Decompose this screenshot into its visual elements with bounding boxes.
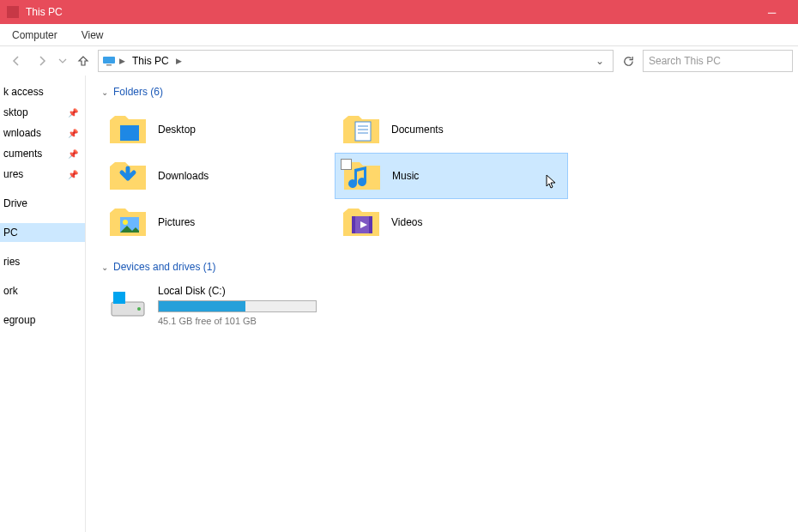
nav-back-button[interactable] [5, 50, 27, 72]
svg-rect-3 [120, 125, 139, 141]
sidebar-item-drive[interactable]: Drive [0, 194, 85, 213]
sidebar-item-pictures[interactable]: ures📌 [0, 165, 85, 184]
sidebar: k access sktop📌 wnloads📌 cuments📌 ures📌 … [0, 76, 86, 532]
sidebar-item-quick-access[interactable]: k access [0, 82, 85, 101]
svg-point-15 [137, 307, 141, 311]
search-placeholder: Search This PC [649, 55, 721, 67]
nav-forward-button[interactable] [31, 50, 53, 72]
sidebar-item-desktop[interactable]: sktop📌 [0, 103, 85, 122]
address-dropdown-button[interactable]: ⌄ [590, 55, 609, 67]
svg-rect-1 [103, 57, 115, 63]
chevron-down-icon: ⌄ [101, 88, 108, 97]
chevron-right-icon[interactable]: ▶ [176, 57, 182, 65]
desktop-folder-icon [108, 112, 148, 148]
drive-usage-bar [158, 300, 317, 312]
svg-rect-11 [352, 216, 355, 233]
section-header-folders[interactable]: ⌄ Folders (6) [101, 86, 798, 98]
drive-label: Local Disk (C:) [158, 285, 317, 297]
folder-label: Desktop [158, 124, 196, 136]
sidebar-item-this-pc[interactable]: PC [0, 223, 85, 242]
drive-icon [108, 285, 148, 321]
folder-label: Documents [391, 124, 444, 136]
pin-icon: 📌 [68, 129, 78, 138]
selection-checkbox[interactable] [341, 159, 352, 170]
svg-rect-0 [7, 6, 19, 18]
folder-desktop[interactable]: Desktop [101, 106, 335, 153]
search-input[interactable]: Search This PC [643, 50, 793, 72]
breadcrumb[interactable]: ▶ This PC ▶ ⌄ [98, 50, 614, 72]
folder-documents[interactable]: Documents [335, 106, 568, 153]
drive-local-disk-c[interactable]: Local Disk (C:) 45.1 GB free of 101 GB [101, 281, 798, 329]
menu-computer[interactable]: Computer [0, 29, 70, 41]
refresh-button[interactable] [617, 50, 639, 72]
folder-label: Pictures [158, 216, 195, 228]
documents-folder-icon [342, 112, 381, 148]
sidebar-item-homegroup[interactable]: egroup [0, 311, 85, 329]
sidebar-item-network[interactable]: ork [0, 281, 85, 300]
titlebar: This PC ─ [0, 0, 798, 24]
nav-recent-dropdown[interactable] [57, 50, 69, 72]
chevron-right-icon: ▶ [119, 57, 125, 65]
cursor-icon [546, 174, 558, 190]
section-header-drives[interactable]: ⌄ Devices and drives (1) [101, 261, 798, 273]
svg-rect-2 [106, 64, 112, 66]
folders-grid: Desktop Documents Downloads Music [101, 106, 798, 245]
sidebar-item-documents[interactable]: cuments📌 [0, 144, 85, 163]
folder-videos[interactable]: Videos [335, 199, 568, 245]
minimize-button[interactable]: ─ [753, 0, 791, 24]
pin-icon: 📌 [68, 108, 78, 118]
folder-label: Music [392, 170, 419, 182]
drive-free-text: 45.1 GB free of 101 GB [158, 316, 317, 326]
sidebar-item-downloads[interactable]: wnloads📌 [0, 124, 85, 142]
sidebar-item-libraries[interactable]: ries [0, 252, 85, 271]
nav-up-button[interactable] [72, 50, 94, 72]
folder-music[interactable]: Music [335, 153, 568, 199]
pictures-folder-icon [108, 204, 148, 240]
breadcrumb-segment[interactable]: This PC [129, 55, 172, 67]
videos-folder-icon [342, 204, 381, 240]
section-title: Folders (6) [113, 86, 163, 98]
folder-label: Downloads [158, 170, 209, 182]
downloads-folder-icon [108, 158, 148, 194]
svg-rect-4 [355, 122, 371, 141]
chevron-down-icon: ⌄ [101, 263, 108, 272]
app-icon [7, 6, 19, 18]
pin-icon: 📌 [68, 170, 78, 179]
this-pc-icon [102, 54, 116, 68]
pin-icon: 📌 [68, 149, 78, 159]
menubar: Computer View [0, 24, 798, 46]
address-bar: ▶ This PC ▶ ⌄ Search This PC [0, 46, 798, 76]
svg-rect-12 [369, 216, 372, 233]
folder-label: Videos [391, 216, 422, 228]
folder-pictures[interactable]: Pictures [101, 199, 335, 245]
folder-downloads[interactable]: Downloads [101, 153, 335, 199]
window-title: This PC [26, 6, 63, 18]
svg-point-9 [123, 220, 128, 225]
svg-rect-14 [113, 292, 125, 304]
menu-view[interactable]: View [70, 29, 116, 41]
section-title: Devices and drives (1) [113, 261, 215, 273]
main-content: ⌄ Folders (6) Desktop Documents Dow [86, 76, 798, 532]
